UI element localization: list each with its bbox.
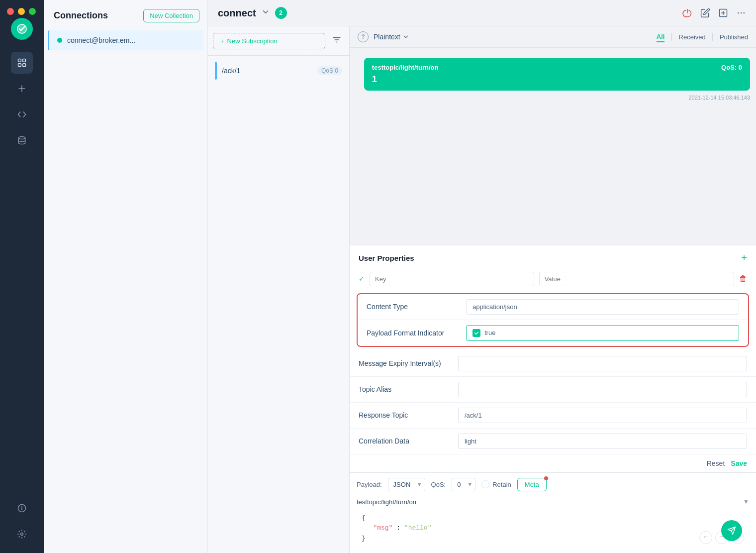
content-type-input[interactable] xyxy=(466,299,739,315)
connection-item[interactable]: connect@broker.em... xyxy=(48,30,203,50)
retain-radio[interactable] xyxy=(481,480,489,488)
response-topic-input[interactable] xyxy=(458,408,747,423)
new-collection-button[interactable]: New Collection xyxy=(143,9,199,22)
plaintext-chevron xyxy=(402,33,409,40)
save-button[interactable]: Save xyxy=(731,459,747,467)
messages-header: ? Plaintext All | Received | Published xyxy=(350,26,756,48)
message-bubble[interactable]: testtopic/light/turn/on QoS: 0 1 xyxy=(364,58,750,91)
edit-icon[interactable] xyxy=(700,8,710,18)
meta-label: Meta xyxy=(525,481,539,488)
response-topic-row: Response Topic xyxy=(350,403,756,429)
tab-received[interactable]: Received xyxy=(679,32,706,42)
connections-panel: Connections New Collection connect@broke… xyxy=(44,0,208,553)
content-type-row: Content Type xyxy=(358,294,748,320)
sidebar-item-connections[interactable] xyxy=(11,52,33,74)
code-value: "hello" xyxy=(404,524,432,532)
subscription-item[interactable]: /ack/1 QoS 0 xyxy=(208,56,349,86)
subscriptions-header: + New Subscription xyxy=(208,26,349,56)
database-icon xyxy=(17,135,27,145)
payload-format-value: true xyxy=(484,329,495,336)
retain-label: Retain xyxy=(492,481,511,488)
new-subscription-button[interactable]: + New Subscription xyxy=(213,33,325,49)
payload-format-input[interactable]: true xyxy=(466,325,739,341)
connections-header: Connections New Collection xyxy=(44,0,207,28)
payload-format-label: Payload Format Indicator xyxy=(367,329,466,337)
minimize-button[interactable] xyxy=(18,8,25,15)
code-key: "msg" xyxy=(373,524,392,532)
maximize-button[interactable] xyxy=(29,8,36,15)
top-bar-actions xyxy=(682,8,746,18)
filter-tabs: All | Received | Published xyxy=(657,32,748,42)
tab-divider: | xyxy=(670,32,672,41)
message-expiry-label: Message Expiry Interval(s) xyxy=(359,359,458,367)
send-button[interactable] xyxy=(721,520,742,541)
topic-chevron-icon[interactable]: ▼ xyxy=(743,498,749,505)
sidebar xyxy=(0,0,44,553)
plaintext-selector[interactable]: Plaintext xyxy=(374,33,409,41)
meta-dot xyxy=(544,476,548,480)
connection-name: connect@broker.em... xyxy=(67,36,135,44)
more-options-icon[interactable] xyxy=(736,8,746,18)
filter-icon[interactable] xyxy=(329,32,344,49)
connection-title: connect xyxy=(218,7,256,19)
content-type-label: Content Type xyxy=(367,303,466,311)
messages-list: testtopic/light/turn/on QoS: 0 1 2021-12… xyxy=(350,48,756,245)
property-delete-icon[interactable]: 🗑 xyxy=(739,274,747,283)
tab-published[interactable]: Published xyxy=(720,32,748,42)
correlation-data-label: Correlation Data xyxy=(359,437,458,445)
property-check-icon: ✓ xyxy=(359,275,365,283)
meta-button[interactable]: Meta xyxy=(517,478,547,491)
app-logo[interactable] xyxy=(11,18,33,40)
sidebar-item-settings[interactable] xyxy=(11,523,33,545)
connection-status-dot xyxy=(57,38,62,43)
add-property-icon[interactable]: + xyxy=(741,252,747,264)
help-icon[interactable]: ? xyxy=(358,31,369,42)
property-key-input[interactable] xyxy=(370,272,534,286)
svg-point-10 xyxy=(741,12,742,14)
bottom-bar: Payload: JSON ▼ QoS: 0 ▼ xyxy=(350,472,756,553)
property-key-value-row: ✓ 🗑 xyxy=(350,269,756,289)
topic-text: testtopic/light/turn/on xyxy=(372,64,439,71)
topic-alias-row: Topic Alias xyxy=(350,377,756,403)
topic-alias-input[interactable] xyxy=(458,382,747,397)
svg-point-11 xyxy=(744,12,745,14)
connections-title: Connections xyxy=(54,10,108,21)
payload-type-wrapper: JSON ▼ xyxy=(388,478,425,491)
sidebar-item-info[interactable] xyxy=(11,497,33,519)
payload-format-checkbox[interactable] xyxy=(472,329,480,337)
code-line-open: { xyxy=(357,513,749,524)
payload-format-row: Payload Format Indicator true xyxy=(358,320,748,346)
chevron-down-icon[interactable] xyxy=(261,7,270,18)
bottom-bar-controls: Payload: JSON ▼ QoS: 0 ▼ xyxy=(357,478,749,491)
topic-input[interactable] xyxy=(357,498,743,506)
code-nav-prev[interactable]: ← xyxy=(699,531,712,544)
plaintext-label: Plaintext xyxy=(374,33,400,41)
close-button[interactable] xyxy=(7,8,14,15)
code-line-content: "msg" : "hello" xyxy=(357,523,749,534)
retain-container: Retain xyxy=(481,480,511,488)
subscriptions-panel: + New Subscription /ack/1 QoS 0 xyxy=(208,26,350,553)
message-expiry-row: Message Expiry Interval(s) xyxy=(350,351,756,377)
add-tab-icon[interactable] xyxy=(718,8,728,18)
properties-panel: User Properties + ✓ 🗑 Content Type xyxy=(350,245,756,472)
property-value-input[interactable] xyxy=(539,272,734,286)
sidebar-item-code[interactable] xyxy=(11,104,33,125)
tab-divider2: | xyxy=(712,32,714,41)
svg-point-9 xyxy=(738,12,739,14)
power-icon[interactable] xyxy=(682,8,692,18)
message-expiry-input[interactable] xyxy=(458,356,747,371)
logo-icon xyxy=(15,22,28,35)
message-count-badge: 2 xyxy=(275,7,287,19)
sidebar-item-add[interactable] xyxy=(11,78,33,100)
tab-all[interactable]: All xyxy=(657,32,665,42)
correlation-data-input[interactable] xyxy=(458,434,747,449)
code-brace-close: } xyxy=(362,535,366,542)
qos-select[interactable]: 0 xyxy=(452,478,475,491)
sidebar-item-database[interactable] xyxy=(11,129,33,151)
correlation-data-row: Correlation Data xyxy=(350,429,756,454)
reset-button[interactable]: Reset xyxy=(707,459,725,467)
payload-type-select[interactable]: JSON xyxy=(388,478,425,491)
top-bar: connect 2 xyxy=(208,0,756,26)
svg-point-5 xyxy=(18,137,25,139)
response-topic-label: Response Topic xyxy=(359,411,458,419)
